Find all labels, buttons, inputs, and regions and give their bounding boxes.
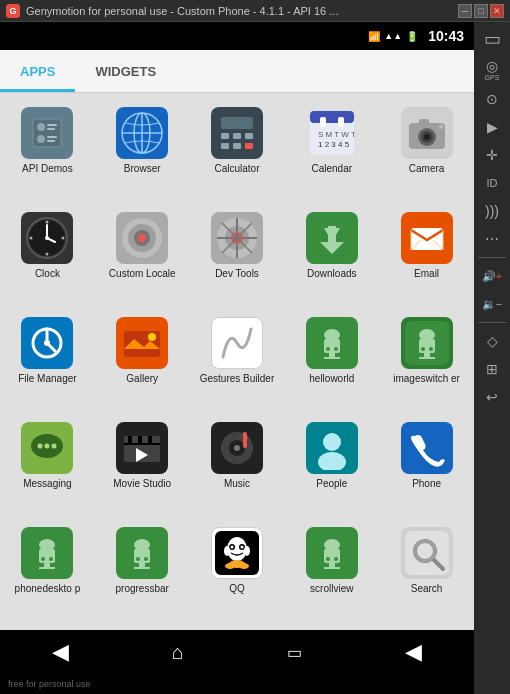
app-icon-calendar: S M T W T 1 2 3 4 5 (306, 107, 358, 159)
tabs-bar: APPS WIDGETS (0, 50, 474, 93)
app-label-gestures-builder: Gestures Builder (200, 373, 274, 385)
tab-widgets[interactable]: WIDGETS (75, 54, 176, 92)
zoom-icon[interactable]: ⊞ (477, 356, 507, 382)
recent-button[interactable]: ▭ (273, 637, 316, 668)
svg-point-113 (136, 557, 140, 561)
app-item-calendar[interactable]: S M T W T 1 2 3 4 5 Calendar (284, 99, 379, 204)
app-item-file-manager[interactable]: File Manager (0, 309, 95, 414)
app-item-imageswitcher[interactable]: imageswitch er (379, 309, 474, 414)
minimize-button[interactable]: ─ (458, 4, 472, 18)
back-button[interactable]: ◀ (38, 633, 83, 671)
app-item-music[interactable]: Music (190, 414, 285, 519)
status-icons: 📶 ▲▲ 🔋 10:43 (368, 28, 464, 44)
app-item-api-demos[interactable]: API Demos (0, 99, 95, 204)
app-item-email[interactable]: Email (379, 204, 474, 309)
id-icon[interactable]: ID (477, 170, 507, 196)
move-icon[interactable]: ✛ (477, 142, 507, 168)
svg-rect-19 (233, 143, 241, 149)
svg-rect-130 (324, 549, 340, 563)
app-item-messaging[interactable]: Messaging (0, 414, 95, 519)
app-item-movie-studio[interactable]: Movie Studio (95, 414, 190, 519)
app-icon-dev-tools (211, 212, 263, 264)
volume-up-icon[interactable]: 🔊+ (477, 263, 507, 289)
svg-rect-105 (39, 549, 55, 563)
app-label-phone: Phone (412, 478, 441, 490)
app-item-camera[interactable]: Camera (379, 99, 474, 204)
svg-point-46 (138, 234, 146, 242)
app-label-movie-studio: Movie Studio (113, 478, 171, 490)
svg-text:1 2 3 4 5: 1 2 3 4 5 (318, 140, 350, 149)
menu-icon[interactable]: ⋯ (477, 226, 507, 252)
battery-sidebar-icon[interactable]: ▭ (477, 26, 507, 52)
app-label-search: Search (411, 583, 443, 595)
app-item-gestures-builder[interactable]: Gestures Builder (190, 309, 285, 414)
svg-rect-24 (338, 117, 344, 127)
app-item-helloworld[interactable]: helloworld (284, 309, 379, 414)
app-label-dev-tools: Dev Tools (215, 268, 259, 280)
svg-rect-56 (328, 226, 336, 242)
svg-point-40 (46, 253, 49, 256)
signal-icon: ▲▲ (384, 31, 402, 41)
app-item-scrollview[interactable]: scrollview (284, 519, 379, 624)
svg-rect-108 (44, 563, 50, 567)
app-item-calculator[interactable]: Calculator (190, 99, 285, 204)
wifi-icon: 📶 (368, 31, 380, 42)
app-icon-phonedesktop (21, 527, 73, 579)
app-icon-messaging (21, 422, 73, 474)
app-item-phonedesktop[interactable]: phonedeskto p (0, 519, 95, 624)
app-item-custom-locale[interactable]: Custom Locale (95, 204, 190, 309)
svg-rect-16 (233, 133, 241, 139)
svg-rect-15 (221, 133, 229, 139)
rotate-icon[interactable]: ◇ (477, 328, 507, 354)
app-item-progressbar[interactable]: progressbar (95, 519, 190, 624)
app-icon-imageswitcher (401, 317, 453, 369)
gps-icon[interactable]: ◎ GPS (477, 54, 507, 84)
rss-icon[interactable]: ))) (477, 198, 507, 224)
svg-point-121 (230, 546, 233, 549)
svg-point-132 (334, 557, 338, 561)
app-item-downloads[interactable]: Downloads (284, 204, 379, 309)
app-icon-calculator (211, 107, 263, 159)
svg-rect-17 (245, 133, 253, 139)
svg-rect-72 (329, 353, 335, 357)
tab-apps[interactable]: APPS (0, 54, 75, 92)
app-icon-phone (401, 422, 453, 474)
camera-sidebar-icon[interactable]: ⊙ (477, 86, 507, 112)
svg-rect-116 (134, 567, 150, 569)
back-right-button[interactable]: ◀ (391, 633, 436, 671)
home-button[interactable]: ⌂ (158, 635, 198, 670)
app-item-phone[interactable]: Phone (379, 414, 474, 519)
app-label-scrollview: scrollview (310, 583, 353, 595)
app-icon-browser (116, 107, 168, 159)
app-label-calendar: Calendar (311, 163, 352, 175)
app-label-phonedesktop: phonedeskto p (15, 583, 81, 595)
svg-rect-23 (320, 117, 326, 127)
svg-point-31 (424, 134, 430, 140)
app-item-dev-tools[interactable]: Dev Tools (190, 204, 285, 309)
app-item-clock[interactable]: Clock (0, 204, 95, 309)
app-item-gallery[interactable]: Gallery (95, 309, 190, 414)
app-label-api-demos: API Demos (22, 163, 73, 175)
app-label-progressbar: progressbar (116, 583, 169, 595)
svg-point-123 (224, 546, 230, 556)
app-label-file-manager: File Manager (18, 373, 76, 385)
volume-down-icon[interactable]: 🔉− (477, 291, 507, 317)
svg-point-126 (225, 563, 235, 569)
app-item-people[interactable]: People (284, 414, 379, 519)
screen: 📶 ▲▲ 🔋 10:43 APPS WIDGETS (0, 22, 474, 694)
svg-point-65 (148, 333, 156, 341)
back-sidebar-icon[interactable]: ↩ (477, 384, 507, 410)
svg-rect-7 (47, 140, 55, 142)
app-item-qq[interactable]: QQ (190, 519, 285, 624)
window-controls[interactable]: ─ □ ✕ (458, 4, 504, 18)
svg-rect-109 (39, 567, 55, 569)
svg-point-97 (234, 445, 240, 451)
svg-point-107 (49, 557, 53, 561)
app-item-browser[interactable]: Browser (95, 99, 190, 204)
close-button[interactable]: ✕ (490, 4, 504, 18)
svg-point-5 (37, 135, 45, 143)
video-icon[interactable]: ▶ (477, 114, 507, 140)
app-label-clock: Clock (35, 268, 60, 280)
app-item-search[interactable]: Search (379, 519, 474, 624)
maximize-button[interactable]: □ (474, 4, 488, 18)
